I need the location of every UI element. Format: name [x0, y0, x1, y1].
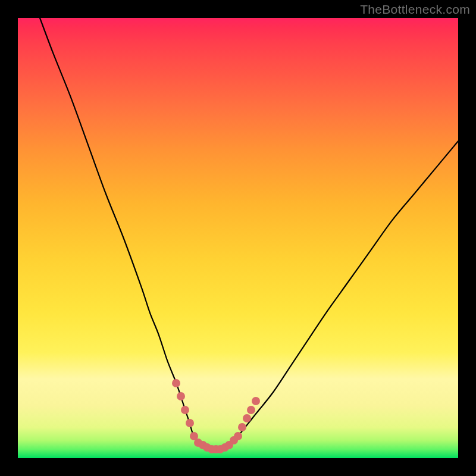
highlight-dot — [186, 419, 194, 427]
highlight-dot — [252, 397, 260, 405]
plot-area — [18, 18, 458, 458]
watermark-text: TheBottleneck.com — [360, 2, 470, 17]
highlight-dot — [234, 432, 242, 440]
chart-frame: TheBottleneck.com — [0, 0, 476, 476]
optimal-zone-points — [18, 18, 458, 458]
highlight-dot — [177, 392, 185, 400]
highlight-dot — [238, 423, 246, 431]
highlight-dot — [243, 414, 251, 422]
highlight-dot — [172, 379, 180, 387]
highlight-dot — [247, 406, 255, 414]
highlight-dot — [181, 406, 189, 414]
